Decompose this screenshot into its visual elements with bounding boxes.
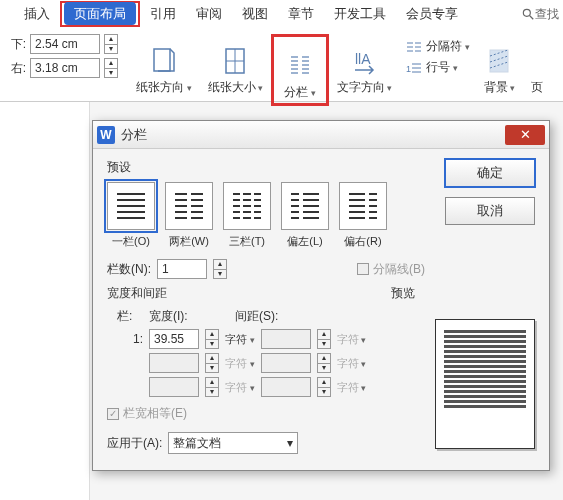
col-header: 栏: [117, 308, 143, 325]
orientation-label: 纸张方向 [136, 79, 192, 96]
breaks-group: 分隔符 1 行号 [400, 34, 476, 80]
search-button[interactable]: 查找 [521, 6, 563, 23]
margin-bottom-input[interactable]: 2.54 cm [30, 34, 100, 54]
ribbon-body: 下: 2.54 cm ▴▾ 右: 3.18 cm ▴▾ 纸张方向 纸张大小 分栏 [0, 28, 563, 102]
apply-label: 应用于(A): [107, 435, 162, 452]
orientation-icon [150, 45, 178, 77]
columns-icon [286, 50, 314, 82]
app-icon: W [97, 126, 115, 144]
row3-spacing-unit: 字符 [337, 380, 367, 395]
row3-spacing-spinner: ▴▾ [317, 377, 331, 397]
row3-spacing-input [261, 377, 311, 397]
preset-right[interactable] [339, 182, 387, 230]
tab-vip[interactable]: 会员专享 [396, 1, 468, 27]
orientation-button[interactable]: 纸张方向 [128, 34, 200, 96]
row3-width-input [149, 377, 199, 397]
page-button[interactable]: 页 [523, 34, 551, 96]
background-button[interactable]: 背景 [476, 34, 524, 96]
row2-width-unit: 字符 [225, 356, 255, 371]
row2-spacing-input [261, 353, 311, 373]
margin-right-spinner[interactable]: ▴▾ [104, 58, 118, 78]
row2-spacing-spinner: ▴▾ [317, 353, 331, 373]
preset-two[interactable] [165, 182, 213, 230]
dialog-title: 分栏 [121, 126, 505, 144]
row2-width-input [149, 353, 199, 373]
num-cols-input[interactable]: 1 [157, 259, 207, 279]
checkbox-icon [107, 408, 119, 420]
width-spacing-label: 宽度和间距 [107, 285, 167, 302]
search-label: 查找 [535, 6, 559, 23]
background-label: 背景 [484, 79, 516, 96]
svg-point-0 [523, 9, 530, 16]
row1-width-unit[interactable]: 字符 [225, 332, 255, 347]
tab-insert[interactable]: 插入 [14, 1, 60, 27]
highlight-columns: 分栏 [271, 34, 329, 106]
preset-three[interactable] [223, 182, 271, 230]
paper-size-label: 纸张大小 [208, 79, 264, 96]
apply-combo[interactable]: 整篇文档 ▾ [168, 432, 298, 454]
preview-label: 预览 [391, 285, 415, 302]
preset-labels: 一栏(O) 两栏(W) 三栏(T) 偏左(L) 偏右(R) [107, 234, 535, 249]
margin-bottom-label: 下: [8, 36, 26, 53]
margin-right-label: 右: [8, 60, 26, 77]
breaks-label: 分隔符 [426, 38, 470, 55]
text-direction-button[interactable]: llA 文字方向 [329, 34, 401, 96]
text-direction-icon: llA [350, 45, 378, 77]
preview-box [435, 319, 535, 449]
margin-inputs: 下: 2.54 cm ▴▾ 右: 3.18 cm ▴▾ [8, 34, 118, 78]
separator-label: 分隔线(B) [373, 261, 425, 278]
separator-checkbox: 分隔线(B) [357, 261, 425, 278]
background-icon [485, 45, 513, 77]
preset-one-label: 一栏(O) [107, 234, 155, 249]
spacing-header: 间距(S): [235, 308, 315, 325]
tab-dev[interactable]: 开发工具 [324, 1, 396, 27]
svg-line-1 [530, 16, 534, 20]
row1-idx: 1: [117, 332, 143, 346]
breaks-button[interactable]: 分隔符 [406, 38, 470, 55]
tab-reference[interactable]: 引用 [140, 1, 186, 27]
row1-width-input[interactable]: 39.55 [149, 329, 199, 349]
dialog-titlebar[interactable]: W 分栏 ✕ [93, 121, 549, 149]
paper-size-button[interactable]: 纸张大小 [200, 34, 272, 96]
row3-width-spinner: ▴▾ [205, 377, 219, 397]
tab-view[interactable]: 视图 [232, 1, 278, 27]
row2-width-spinner: ▴▾ [205, 353, 219, 373]
tab-page-layout[interactable]: 页面布局 [64, 2, 136, 25]
columns-button[interactable]: 分栏 [276, 39, 324, 101]
row1-spacing-unit: 字符 [337, 332, 367, 347]
width-header: 宽度(I): [149, 308, 229, 325]
preset-two-label: 两栏(W) [165, 234, 213, 249]
equal-width-label: 栏宽相等(E) [123, 405, 187, 422]
search-icon [521, 7, 535, 21]
cancel-button[interactable]: 取消 [445, 197, 535, 225]
paper-size-icon [221, 45, 249, 77]
line-number-button[interactable]: 1 行号 [406, 59, 470, 76]
preset-left[interactable] [281, 182, 329, 230]
margin-right-input[interactable]: 3.18 cm [30, 58, 100, 78]
checkbox-icon [357, 263, 369, 275]
row1-width-spinner[interactable]: ▴▾ [205, 329, 219, 349]
preset-one[interactable] [107, 182, 155, 230]
preset-three-label: 三栏(T) [223, 234, 271, 249]
page-label: 页 [531, 79, 543, 96]
svg-rect-2 [154, 49, 170, 71]
num-cols-spinner[interactable]: ▴▾ [213, 259, 227, 279]
preview-page-icon [435, 319, 535, 449]
line-number-icon: 1 [406, 61, 422, 75]
svg-text:1: 1 [406, 64, 411, 74]
apply-value: 整篇文档 [173, 435, 221, 452]
ribbon-tabs: 插入 页面布局 引用 审阅 视图 章节 开发工具 会员专享 查找 [0, 0, 563, 28]
chevron-down-icon: ▾ [287, 436, 293, 450]
row3-width-unit: 字符 [225, 380, 255, 395]
row2-spacing-unit: 字符 [337, 356, 367, 371]
preset-right-label: 偏右(R) [339, 234, 387, 249]
tab-review[interactable]: 审阅 [186, 1, 232, 27]
margin-bottom-spinner[interactable]: ▴▾ [104, 34, 118, 54]
close-button[interactable]: ✕ [505, 125, 545, 145]
breaks-icon [406, 40, 422, 54]
num-cols-label: 栏数(N): [107, 261, 151, 278]
line-number-label: 行号 [426, 59, 458, 76]
highlight-page-layout: 页面布局 [60, 1, 140, 27]
tab-chapter[interactable]: 章节 [278, 1, 324, 27]
ok-button[interactable]: 确定 [445, 159, 535, 187]
